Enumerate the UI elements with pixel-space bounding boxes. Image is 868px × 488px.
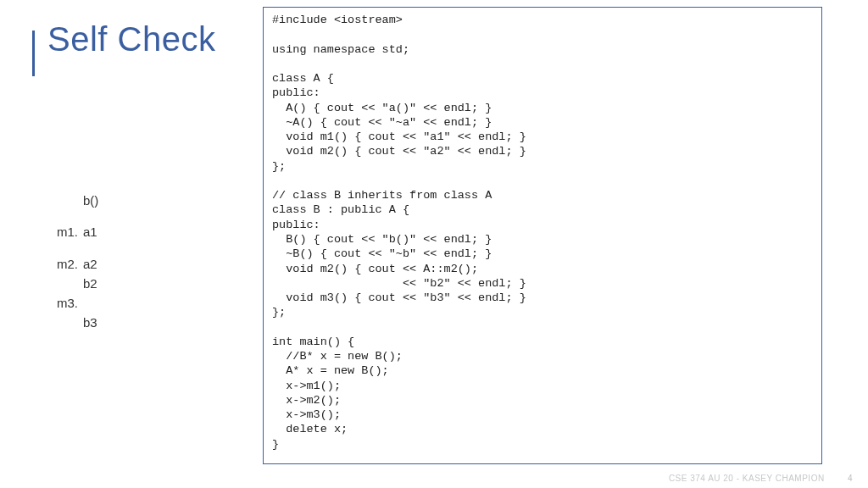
note-row: b2 bbox=[51, 274, 117, 293]
note-value bbox=[83, 293, 117, 313]
note-label bbox=[51, 313, 83, 332]
slide-footer: CSE 374 AU 20 - KASEY CHAMPION 4 bbox=[669, 474, 853, 483]
note-label bbox=[51, 191, 83, 210]
note-value: a2 bbox=[83, 254, 117, 274]
slide-title: Self Check bbox=[47, 20, 215, 58]
left-notes: b() m1. a1 m2. a2 b2 m3. b3 bbox=[51, 191, 117, 333]
note-value: b3 bbox=[83, 313, 117, 332]
note-value: b2 bbox=[83, 274, 117, 293]
slide-title-area: Self Check bbox=[32, 20, 215, 58]
note-row: m3. bbox=[51, 293, 117, 313]
note-label: m3. bbox=[51, 293, 83, 313]
note-value: b() bbox=[83, 191, 117, 210]
note-label: m2. bbox=[51, 254, 83, 274]
note-label: m1. bbox=[51, 222, 83, 241]
code-block: #include <iostream> using namespace std;… bbox=[263, 7, 822, 464]
title-accent-bar bbox=[32, 30, 35, 76]
footer-course: CSE 374 AU 20 - KASEY CHAMPION bbox=[669, 474, 825, 483]
note-label bbox=[51, 274, 83, 293]
note-row: m1. a1 bbox=[51, 222, 117, 241]
note-row: m2. a2 bbox=[51, 254, 117, 274]
note-value: a1 bbox=[83, 222, 117, 241]
note-row: b3 bbox=[51, 313, 117, 332]
note-row: b() bbox=[51, 191, 117, 210]
footer-page-number: 4 bbox=[848, 474, 853, 483]
